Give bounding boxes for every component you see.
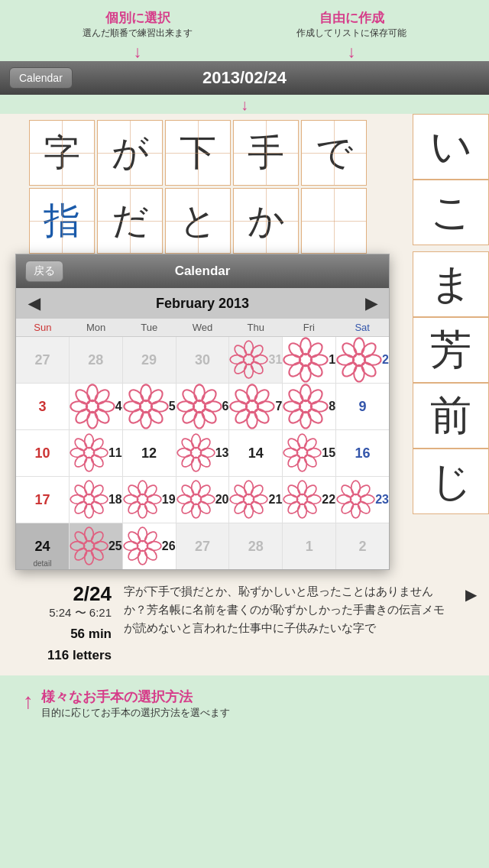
svg-point-29 xyxy=(98,401,115,412)
prev-month-button[interactable]: ◀ xyxy=(28,294,40,313)
calendar-cell[interactable]: 18 xyxy=(70,477,122,523)
day-header-mon: Mon xyxy=(70,319,123,336)
svg-point-85 xyxy=(191,458,200,472)
calendar-cell[interactable]: 19 xyxy=(123,477,176,523)
kanji-cell-da: だ xyxy=(97,188,163,254)
calendar-cell[interactable]: 12 xyxy=(123,430,176,476)
next-month-button[interactable]: ▶ xyxy=(365,294,377,313)
calendar-button[interactable]: Calendar xyxy=(9,67,73,89)
calendar-cell[interactable]: 24detail xyxy=(16,523,69,569)
calendar-cell[interactable]: 20 xyxy=(176,477,229,523)
svg-point-150 xyxy=(337,495,351,504)
svg-point-5 xyxy=(233,360,249,376)
svg-point-130 xyxy=(244,504,254,519)
calendar-cell[interactable]: 31 xyxy=(229,337,282,383)
day-header-thu: Thu xyxy=(229,319,283,336)
calendar-cell[interactable]: 9 xyxy=(336,384,389,429)
cell-number: 28 xyxy=(88,352,103,368)
calendar-cell[interactable]: 4 xyxy=(70,384,122,429)
kanji-cell-yubi: 指 xyxy=(29,188,95,254)
svg-point-10 xyxy=(306,341,325,360)
svg-point-92 xyxy=(307,449,322,458)
calendar-cell[interactable]: 2 xyxy=(336,337,389,383)
calendar-cell[interactable]: 21 xyxy=(229,477,282,523)
svg-point-167 xyxy=(126,546,142,562)
calendar-cell[interactable]: 26 xyxy=(123,523,176,569)
calendar-cell[interactable]: 27 xyxy=(16,337,69,383)
svg-point-24 xyxy=(338,355,355,365)
calendar-cell[interactable]: 28 xyxy=(229,523,282,569)
calendar-cell[interactable]: 16 xyxy=(336,430,389,476)
svg-point-43 xyxy=(127,387,146,406)
calendar-cell[interactable]: 22 xyxy=(283,477,335,523)
calendar-cell[interactable]: 3 xyxy=(16,384,69,429)
svg-point-135 xyxy=(298,481,307,496)
calendar-cell[interactable]: 13 xyxy=(176,430,229,476)
month-navigation: ◀ February 2013 ▶ xyxy=(16,288,389,319)
calendar-cell[interactable]: 7 xyxy=(229,384,282,429)
svg-point-139 xyxy=(298,504,307,519)
svg-point-51 xyxy=(177,401,194,412)
calendar-cell[interactable]: 27 xyxy=(176,523,229,569)
calendar-cell[interactable]: 6 xyxy=(176,384,229,429)
svg-point-126 xyxy=(244,481,254,496)
cell-number: 12 xyxy=(141,445,157,462)
svg-point-65 xyxy=(311,401,328,412)
calendar-cell[interactable]: 29 xyxy=(123,337,176,383)
svg-point-41 xyxy=(127,406,146,426)
bottom-annotation-title: 様々なお手本の選択方法 xyxy=(41,688,230,706)
svg-point-144 xyxy=(351,481,361,496)
calendar-cell[interactable]: 17 xyxy=(16,477,69,523)
calendar-cell[interactable]: 2 xyxy=(336,523,389,569)
top-arrows: ↓ ↓ xyxy=(0,43,489,61)
svg-point-152 xyxy=(351,494,361,505)
calendar-cell[interactable]: 8 xyxy=(283,384,335,429)
day-header-fri: Fri xyxy=(283,319,336,336)
svg-point-79 xyxy=(73,437,89,453)
cell-number: 3 xyxy=(38,399,46,415)
svg-point-147 xyxy=(356,500,372,516)
svg-point-148 xyxy=(351,504,361,519)
svg-point-61 xyxy=(233,387,252,406)
svg-point-95 xyxy=(286,453,302,469)
cell-number: 1 xyxy=(306,539,313,555)
calendar-cell[interactable]: 28 xyxy=(70,337,122,383)
kanji-cell-2: 下 xyxy=(165,120,231,186)
side-kanji-i: い xyxy=(413,114,489,180)
svg-point-57 xyxy=(252,406,271,426)
cell-number: 25 xyxy=(108,539,122,553)
top-annotations: 個別に選択 選んだ順番で練習出来ます 自由に作成 作成してリストに保存可能 xyxy=(0,0,489,43)
svg-point-143 xyxy=(297,494,308,505)
calendar-cell[interactable]: 14 xyxy=(229,430,282,476)
calendar-cell[interactable]: 23 xyxy=(336,477,389,523)
svg-point-120 xyxy=(196,500,212,516)
calendar-cell[interactable]: 11 xyxy=(70,430,122,476)
calendar-cell[interactable]: 1 xyxy=(283,523,335,569)
calendar-cell[interactable]: 10 xyxy=(16,430,69,476)
detail-text: 字が下手で損だとか、恥ずかしいと思ったことはありませんか？芳名帳に名前を書くのが… xyxy=(124,582,453,663)
svg-point-76 xyxy=(85,458,94,472)
cell-number: 1 xyxy=(329,353,335,367)
right-down-arrow: ↓ xyxy=(348,42,356,62)
calendar-cell[interactable]: 25 xyxy=(70,523,122,569)
calendar-cell[interactable]: 5 xyxy=(123,384,176,429)
day-header-wed: Wed xyxy=(176,319,229,336)
cell-number: 28 xyxy=(248,539,264,555)
calendar-cell[interactable]: 1 xyxy=(283,337,335,383)
calendar-cell[interactable]: 30 xyxy=(176,337,229,383)
kanji-cell-4: で xyxy=(301,120,367,186)
cell-number: 9 xyxy=(359,399,367,415)
svg-point-66 xyxy=(306,406,325,426)
svg-point-123 xyxy=(177,495,192,504)
cal-back-button[interactable]: 戻る xyxy=(25,261,63,282)
svg-point-2 xyxy=(254,355,268,364)
detail-next-arrow[interactable]: ▶ xyxy=(465,582,477,663)
bottom-annotation: ↑ 様々なお手本の選択方法 目的に応じてお手本の選択方法を選べます xyxy=(0,675,489,732)
cell-number: 2 xyxy=(359,539,367,555)
cell-number: 14 xyxy=(248,445,264,462)
svg-point-23 xyxy=(340,360,359,379)
svg-point-20 xyxy=(364,355,381,365)
calendar-cell[interactable]: 15 xyxy=(283,430,335,476)
left-down-arrow: ↓ xyxy=(134,42,142,62)
svg-point-93 xyxy=(303,453,319,469)
